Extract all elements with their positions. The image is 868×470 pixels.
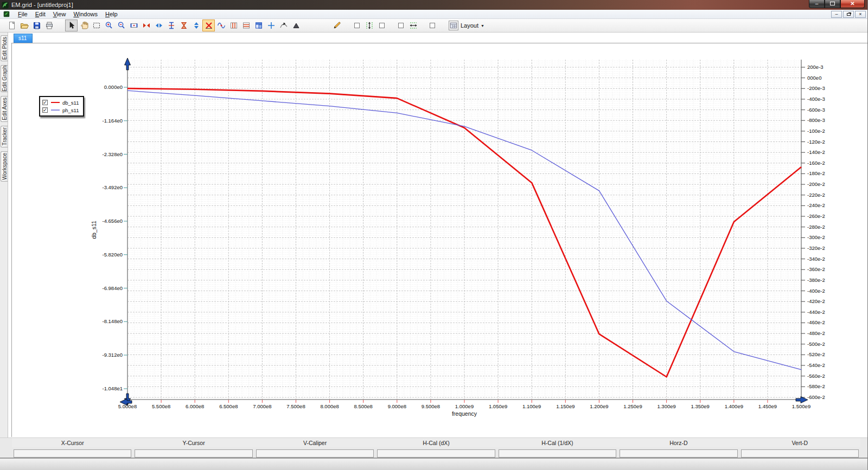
svg-text:6.000e8: 6.000e8: [186, 403, 204, 409]
checkbox-icon: [378, 21, 386, 30]
crossing-tool-button[interactable]: [202, 20, 215, 31]
svg-text:1.500e9: 1.500e9: [792, 403, 810, 409]
expandy-icon: [192, 21, 201, 30]
mdi-close-button[interactable]: ×: [855, 11, 866, 18]
cursor-label-v-caliper: V-Caliper: [254, 440, 375, 446]
window-layout-button[interactable]: [252, 20, 265, 31]
cursor-field-horz-d[interactable]: [620, 449, 737, 458]
vertical-arrows-button[interactable]: [363, 20, 375, 31]
cursor-field-vert-d[interactable]: [741, 449, 859, 458]
svg-text:-400e-2: -400e-2: [807, 288, 825, 294]
open-file-button[interactable]: [18, 20, 30, 31]
mdi-minimize-button[interactable]: –: [831, 11, 842, 18]
horizontal-markers-button[interactable]: [240, 20, 252, 31]
extra-checkbox[interactable]: [426, 20, 438, 31]
legend-checkbox-ph_s11[interactable]: ✓: [42, 107, 48, 113]
svg-text:-800e-3: -800e-3: [807, 117, 825, 123]
svg-text:1.150e9: 1.150e9: [556, 403, 575, 409]
svg-text:-280e-2: -280e-2: [807, 224, 825, 230]
svg-text:-560e-2: -560e-2: [807, 373, 825, 379]
svg-text:1.100e9: 1.100e9: [522, 403, 541, 409]
client-area: Edit PlotsEdit GraphEdit AxesTrackerWork…: [0, 33, 868, 437]
legend-swatch: [51, 102, 60, 103]
zoom-out-button[interactable]: [115, 20, 127, 31]
vertical-markers-button[interactable]: [227, 20, 240, 31]
menu-windows[interactable]: Windows: [69, 10, 101, 18]
doc-tab-s11[interactable]: s11: [14, 34, 33, 43]
collapse-x-button[interactable]: [140, 20, 152, 31]
svg-text:-4.656e0: -4.656e0: [102, 218, 123, 224]
expand-x-button[interactable]: [152, 20, 165, 31]
menu-edit[interactable]: Edit: [31, 10, 49, 18]
legend-label: db_s11: [62, 100, 79, 106]
status-bar: [0, 458, 868, 470]
plot-canvas[interactable]: 5.000e85.500e86.000e86.500e87.000e87.500…: [0, 33, 868, 437]
caliper-checkbox-right[interactable]: [375, 20, 388, 31]
cursor-field-v-caliper[interactable]: [256, 449, 374, 458]
svg-text:1.450e9: 1.450e9: [758, 403, 777, 409]
tracker-tool-button[interactable]: [277, 20, 290, 31]
open-icon: [20, 21, 29, 30]
harrows-icon: [409, 21, 418, 30]
svg-text:frequency: frequency: [452, 410, 477, 417]
layout-label: Layout: [461, 22, 478, 29]
edit-pencil-button[interactable]: [330, 20, 343, 31]
svg-text:8.500e8: 8.500e8: [354, 403, 373, 409]
plot-legend: ✓db_s11✓ph_s11: [39, 96, 84, 117]
svg-text:1.200e9: 1.200e9: [590, 403, 608, 409]
cursor-label-h-cal-1-dx-: H-Cal (1/dX): [497, 440, 618, 446]
zoom-box-button[interactable]: [90, 20, 103, 31]
crosshair-button[interactable]: [265, 20, 277, 31]
svg-text:-6.984e0: -6.984e0: [102, 285, 123, 291]
svg-text:-2.328e0: -2.328e0: [102, 151, 123, 157]
caliper-checkbox-left[interactable]: [350, 20, 363, 31]
x-axis-ticks: 5.000e85.500e86.000e86.500e87.000e87.500…: [118, 400, 810, 410]
peak-search-button[interactable]: [290, 20, 302, 31]
mdi-restore-button[interactable]: [843, 11, 854, 18]
hcal-checkbox-left[interactable]: [394, 20, 407, 31]
svg-text:7.500e8: 7.500e8: [286, 403, 305, 409]
expand-y-button[interactable]: [190, 20, 202, 31]
print-button[interactable]: [43, 20, 55, 31]
vertical-caliper-button[interactable]: [165, 20, 177, 31]
svg-text:-500e-2: -500e-2: [807, 341, 825, 347]
sine-icon: [217, 21, 226, 30]
svg-text:6.500e8: 6.500e8: [219, 403, 238, 409]
plot-grid: [127, 60, 801, 400]
save-button[interactable]: [30, 20, 43, 31]
select-tool-button[interactable]: [65, 20, 78, 31]
svg-text:-540e-2: -540e-2: [807, 362, 825, 368]
checkbox-icon: [428, 21, 437, 30]
svg-text:-5.820e0: -5.820e0: [102, 252, 123, 257]
pan-tool-button[interactable]: [78, 20, 90, 31]
menu-file[interactable]: File: [14, 10, 31, 18]
svg-text:1.300e9: 1.300e9: [657, 403, 675, 409]
trace-wave-button[interactable]: [215, 20, 227, 31]
zoom-x-button[interactable]: [127, 20, 140, 31]
close-button[interactable]: ✕: [840, 0, 865, 8]
svg-text:-1.048e1: -1.048e1: [102, 385, 123, 391]
crossing-icon: [205, 21, 213, 30]
minimize-button[interactable]: –: [809, 0, 825, 8]
cursor-field-h-cal-1-dx-[interactable]: [499, 449, 616, 458]
legend-checkbox-db_s11[interactable]: ✓: [42, 100, 48, 105]
new-file-button[interactable]: [5, 20, 18, 31]
maximize-button[interactable]: [825, 0, 840, 8]
cursor-label-horz-d: Horz-D: [618, 440, 739, 446]
horizontal-arrows-button[interactable]: [407, 20, 419, 31]
cursor-field-x-cursor[interactable]: [14, 449, 131, 458]
svg-text:-140e-2: -140e-2: [807, 149, 825, 155]
pencil-icon: [333, 21, 341, 30]
cursor-field-y-cursor[interactable]: [135, 449, 252, 458]
zoom-in-button[interactable]: [103, 20, 115, 31]
cursor-label-y-cursor: Y-Cursor: [133, 440, 254, 446]
hourglass-button[interactable]: [177, 20, 190, 31]
svg-text:-480e-2: -480e-2: [807, 330, 825, 336]
legend-item-ph_s11: ✓ph_s11: [42, 106, 79, 114]
vbars-icon: [229, 21, 238, 30]
menu-help[interactable]: Help: [101, 10, 122, 18]
cursor-field-h-cal-dx-[interactable]: [377, 449, 495, 458]
svg-text:9.000e8: 9.000e8: [388, 403, 406, 409]
menu-view[interactable]: View: [49, 10, 70, 18]
layout-dropdown-button[interactable]: Layout▼: [446, 20, 487, 31]
